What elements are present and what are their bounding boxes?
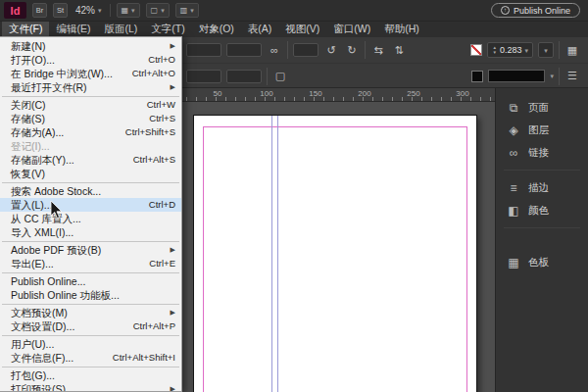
pages-icon: ⧉ [507,101,520,115]
view-options-dropdown[interactable]: ▦ ▾ [117,3,140,18]
file-menu-item[interactable]: 存储副本(Y)...Ctrl+Alt+S [0,153,181,167]
file-menu-item[interactable]: 从 CC 库置入... [0,212,181,225]
panel-button-stroke[interactable]: ≡描边 [496,176,588,199]
rotate-cw-icon[interactable]: ↻ [344,42,360,58]
file-menu-item-label: 文档预设(M) [11,306,68,319]
panel-options-icon[interactable]: ▦ [564,42,580,58]
divider [559,68,560,85]
panel-group-divider [496,221,588,251]
publish-online-button[interactable]: ↑ Publish Online [491,3,580,18]
menu-separator [2,367,179,368]
panel-button-swatches[interactable]: ▦色板 [496,251,588,273]
caret-down-icon: ▾ [544,47,548,54]
file-menu-item-shortcut: Ctrl+O [140,53,175,67]
bridge-icon[interactable]: Br [32,3,47,18]
ruler-label: 300 [456,89,468,98]
file-menu-item[interactable]: 存储为(A)...Ctrl+Shift+S [0,125,181,139]
file-menu-item[interactable]: 导出(E)...Ctrl+E [0,257,181,270]
stepper-down-icon[interactable]: ▼ [492,50,496,55]
menubar-item-8[interactable]: 窗口(W) [326,22,377,37]
file-menu-item[interactable]: Publish Online 功能板... [0,288,181,302]
menubar-item-9[interactable]: 帮助(H) [377,22,426,37]
control-field[interactable] [186,70,221,83]
file-menu-item[interactable]: 最近打开文件(R)▶ [0,80,181,94]
menubar-item-3[interactable]: 版面(L) [97,22,144,37]
file-menu-item-label: 恢复(V) [11,167,45,180]
stroke-none-swatch[interactable] [470,44,482,56]
screen-mode-icon: ▢ [151,6,159,15]
file-menu-item[interactable]: 打开(O)...Ctrl+O [0,53,181,67]
file-menu-item-shortcut: Ctrl+Alt+O [124,67,175,80]
control-field[interactable] [226,70,262,83]
rotate-ccw-icon[interactable]: ↺ [323,42,339,58]
toolbar-divider [110,4,111,17]
menubar-item-5[interactable]: 对象(O) [192,22,241,37]
file-menu-item-shortcut: Ctrl+S [141,112,175,125]
view-options-icon: ▦ [122,6,129,15]
stroke-weight-value: 0.283 [500,45,522,55]
panel-button-label: 颜色 [528,204,549,218]
file-menu-item-label: 搜索 Adobe Stock... [11,184,101,198]
color-icon: ◧ [507,204,520,218]
stroke-type-dropdown[interactable]: ▾ [538,42,554,58]
file-menu-item-label: Adobe PDF 预设(B) [11,243,101,257]
file-menu-item[interactable]: 搜索 Adobe Stock... [0,184,181,198]
panel-button-color[interactable]: ◧颜色 [496,199,588,221]
menubar-item-6[interactable]: 表(A) [241,22,279,37]
file-menu-item[interactable]: Publish Online... [0,274,181,288]
menubar-item-4[interactable]: 文字(T) [144,22,191,37]
screen-mode-dropdown[interactable]: ▢ ▾ [146,3,170,18]
stroke-style-preview[interactable] [488,70,545,82]
file-menu-item[interactable]: 新建(N)▶ [0,39,181,53]
menu-separator [2,241,179,242]
file-menu-item-label: Publish Online 功能板... [11,288,120,302]
column-guide [277,116,278,392]
file-menu-item[interactable]: 文件信息(F)...Ctrl+Alt+Shift+I [0,351,181,365]
file-menu-item[interactable]: 关闭(C)Ctrl+W [0,98,181,112]
file-menu-item-shortcut: Ctrl+Alt+S [125,153,175,167]
zoom-level-select[interactable]: 42% ▾ [74,5,104,16]
stock-icon[interactable]: St [53,3,68,18]
fill-color-swatch[interactable] [471,71,483,82]
arrange-documents-dropdown[interactable]: ▥ ▾ [175,3,199,18]
document-page[interactable] [193,115,477,392]
caret-down-icon: ▾ [190,7,194,14]
file-menu-item[interactable]: Adobe PDF 预设(B)▶ [0,243,181,257]
control-field[interactable] [293,43,318,57]
menubar-item-1[interactable]: 文件(F) [2,22,49,37]
panel-group-divider [496,164,588,176]
flip-horizontal-icon[interactable]: ⇆ [370,42,386,58]
file-menu-item[interactable]: 置入(L)...Ctrl+D [0,198,181,212]
file-menu-item-label: 文档设置(D)... [11,319,74,333]
menu-separator [2,304,179,305]
control-field[interactable] [186,43,221,57]
flip-vertical-icon[interactable]: ⇅ [391,42,407,58]
ruler-label: 150 [309,89,321,98]
stepper-icon[interactable]: ▲▼ [492,45,496,55]
file-menu-item[interactable]: 存储(S)Ctrl+S [0,112,181,125]
file-menu-item[interactable]: 导入 XML(I)... [0,225,181,239]
stroke-weight-combo[interactable]: ▲▼ 0.283 ▾ [487,42,533,58]
file-menu-item[interactable]: 恢复(V) [0,167,181,180]
file-menu-item[interactable]: 文档设置(D)...Ctrl+Alt+P [0,319,181,333]
chain-link-icon[interactable]: ∞ [267,42,282,58]
panel-button-layers[interactable]: ◈图层 [496,119,588,141]
file-menu-item[interactable]: 文档预设(M)▶ [0,306,181,319]
file-menu-item: 登记(I)... [0,139,181,153]
file-menu-item[interactable]: 用户(U)... [0,337,181,351]
publish-online-icon: ↑ [501,6,510,15]
panel-button-pages[interactable]: ⧉页面 [496,96,588,119]
panel-button-label: 链接 [528,146,549,160]
control-panel-menu-icon[interactable]: ☰ [564,69,580,84]
file-menu-item[interactable]: 打印预设(S)▶ [0,382,181,392]
panel-button-links[interactable]: ∞链接 [496,141,588,164]
caret-down-icon: ▾ [161,7,165,14]
file-menu-item[interactable]: 打包(G)... [0,368,181,382]
menubar-item-2[interactable]: 编辑(E) [49,22,97,37]
menu-separator [2,272,179,273]
effects-icon[interactable]: ▢ [272,69,288,84]
divider [365,41,366,59]
file-menu-item[interactable]: 在 Bridge 中浏览(W)...Ctrl+Alt+O [0,67,181,80]
control-field[interactable] [226,43,262,57]
menubar-item-7[interactable]: 视图(V) [278,22,326,37]
